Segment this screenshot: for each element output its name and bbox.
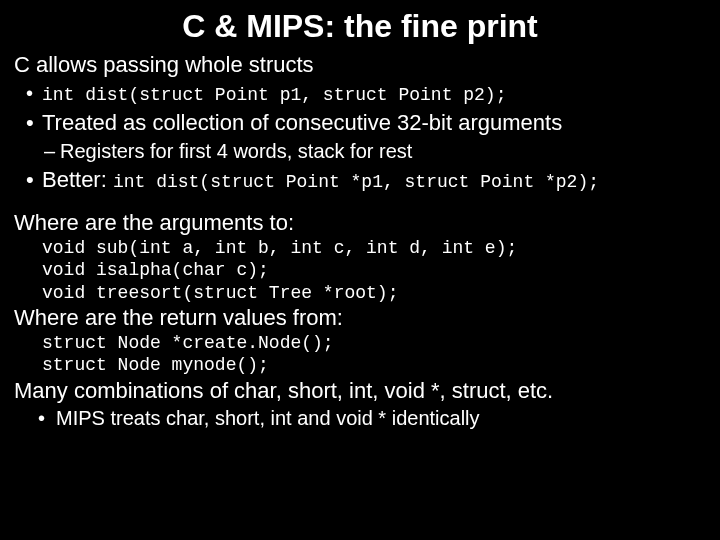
code-dist: int dist(struct Point p1, struct Point p… [42,85,506,105]
bullet-better: Better: int dist(struct Point *p1, struc… [14,166,706,195]
code-isalpha: void isalpha(char c); [14,259,706,282]
bullet-treated: Treated as collection of consecutive 32-… [14,109,706,138]
code-create: struct Node *create.Node(); [14,332,706,355]
code-treesort: void treesort(struct Tree *root); [14,282,706,305]
code-sub: void sub(int a, int b, int c, int d, int… [14,237,706,260]
bullet-mips-treats: MIPS treats char, short, int and void * … [14,405,706,431]
many-combinations: Many combinations of char, short, int, v… [14,377,706,405]
line-c-allows: C allows passing whole structs [14,51,706,79]
where-ret-heading: Where are the return values from: [14,304,706,332]
code-better: int dist(struct Point *p1, struct Point … [113,172,599,192]
better-label: Better: [42,167,113,192]
code-mynode: struct Node mynode(); [14,354,706,377]
mips-treats-text: MIPS treats char, short, int and void * … [56,407,480,429]
dash-registers: Registers for first 4 words, stack for r… [14,138,706,164]
bullet-dist-code: int dist(struct Point p1, struct Point p… [14,80,706,107]
slide-title: C & MIPS: the fine print [14,8,706,45]
where-args-heading: Where are the arguments to: [14,209,706,237]
